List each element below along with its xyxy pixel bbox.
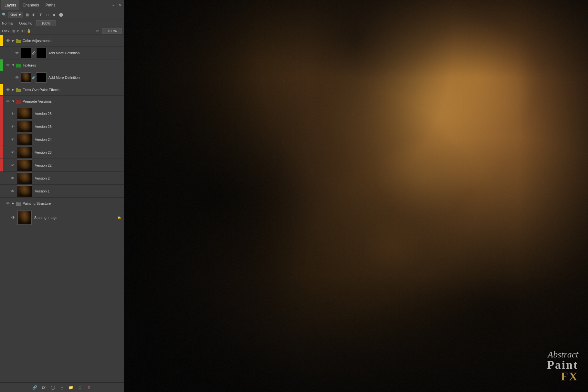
tab-paths[interactable]: Paths <box>42 0 59 10</box>
red-indicator-v25 <box>0 120 3 133</box>
thumb-version-25 <box>17 121 32 132</box>
layer-item-version-22[interactable]: 👁 Version 22 <box>0 159 124 172</box>
eye-version-1[interactable]: 👁 <box>10 188 16 194</box>
new-layer-button[interactable]: □ <box>77 384 84 391</box>
yellow-indicator-2 <box>0 84 3 95</box>
lock-move-icon[interactable]: ⊛ <box>20 29 23 33</box>
eye-textures[interactable]: 👁 <box>5 62 11 68</box>
blend-mode-label[interactable]: Normal <box>2 21 16 25</box>
search-icon[interactable]: 🔍 <box>1 12 7 18</box>
thumb-version-2 <box>17 172 32 184</box>
kind-select[interactable]: Kind ▼ <box>8 12 23 18</box>
eye-extra-overpaint[interactable]: 👁 <box>5 87 11 93</box>
layer-name-version-1: Version 1 <box>34 189 122 193</box>
shape-filter-icon[interactable]: □ <box>45 12 50 18</box>
folder-icon-textures <box>16 62 21 68</box>
lock-paint-icon[interactable]: ✐ <box>16 29 19 33</box>
fx-button[interactable]: fx <box>40 384 47 391</box>
toolbar-row: 🔍 Kind ▼ ▩ ◐ T □ ■ <box>0 10 124 19</box>
bottom-bar: 🔗 fx ◯ △ 📁 □ 🗑 <box>0 382 124 392</box>
green-indicator <box>0 59 3 71</box>
portrait-background: Abstract Paint FX <box>124 0 588 392</box>
layer-item-premade-versions[interactable]: 👁 ▼ Premade Versions <box>0 96 124 107</box>
layer-item-version-25[interactable]: 👁 Version 25 <box>0 120 124 133</box>
eye-version-25[interactable]: 👁 <box>10 124 16 129</box>
layer-item-version-26[interactable]: 👁 Version 26 <box>0 107 124 120</box>
eye-add-more-def-1[interactable]: 👁 <box>14 50 20 56</box>
layer-name-premade-versions: Premade Versions <box>21 99 122 103</box>
folder-icon-color-adjustments <box>16 38 21 44</box>
layer-item-painting-structure[interactable]: 👁 ► Painting Structure <box>0 198 124 209</box>
panel-controls: « ✕ <box>111 2 122 8</box>
thumb-add-more-def-2 <box>21 72 31 83</box>
layer-item-version-23[interactable]: 👁 Version 23 <box>0 146 124 159</box>
lock-transparency-icon[interactable]: ▤ <box>12 29 15 33</box>
eye-starting-image[interactable]: 👁 <box>10 215 16 221</box>
lock-artboard-icon[interactable]: ▪ <box>24 29 26 33</box>
tab-channels[interactable]: Channels <box>19 0 42 10</box>
layer-item-version-2[interactable]: 👁 Version 2 <box>0 172 124 185</box>
layer-item-version-1[interactable]: 👁 Version 1 <box>0 185 124 198</box>
folder-icon-premade-versions <box>16 98 21 104</box>
type-filter-icon[interactable]: T <box>38 12 44 18</box>
tabs-bar: Layers Channels Paths « ✕ <box>0 0 124 10</box>
kind-arrow: ▼ <box>18 13 22 17</box>
expand-extra-overpaint[interactable]: ► <box>11 88 16 92</box>
pixel-filter-icon[interactable]: ▩ <box>24 12 30 18</box>
layer-name-version-2: Version 2 <box>34 176 122 180</box>
eye-painting-structure[interactable]: 👁 <box>5 201 11 206</box>
opacity-input[interactable] <box>36 20 56 26</box>
eye-version-22[interactable]: 👁 <box>10 162 16 168</box>
link-button[interactable]: 🔗 <box>31 384 38 391</box>
eye-version-23[interactable]: 👁 <box>10 150 16 155</box>
group-button[interactable]: 📁 <box>68 384 75 391</box>
layer-item-extra-overpaint[interactable]: 👁 ► Extra OverPaint Effects <box>0 84 124 96</box>
collapse-button[interactable]: « <box>111 2 116 8</box>
mask-button[interactable]: ◯ <box>49 384 57 391</box>
thumb-version-24 <box>17 134 32 145</box>
adjustment-filter-icon[interactable]: ◐ <box>31 12 37 18</box>
watermark: Abstract Paint FX <box>547 350 578 382</box>
layer-name-version-26: Version 26 <box>34 112 122 116</box>
opacity-label: Opacity: <box>19 21 34 25</box>
eye-version-2[interactable]: 👁 <box>10 175 16 181</box>
layer-name-add-more-def-1: Add More Definition <box>47 51 122 55</box>
layer-name-version-24: Version 24 <box>34 138 122 141</box>
eye-premade-versions[interactable]: 👁 <box>5 98 11 104</box>
circle-dot-icon[interactable] <box>58 12 64 18</box>
expand-color-adjustments[interactable]: ► <box>11 38 16 43</box>
eye-color-adjustments[interactable]: 👁 <box>5 38 11 44</box>
layer-item-version-24[interactable]: 👁 Version 24 <box>0 133 124 146</box>
layers-list: 👁 ► Color Adjustments 👁 🔗 Add More <box>0 35 124 382</box>
layer-item-starting-image[interactable]: 👁 Starting Image 🔒 <box>0 209 124 226</box>
watermark-paintfx: Paint FX <box>547 359 578 382</box>
lock-all-icon[interactable]: 🔒 <box>27 29 31 33</box>
mask-add-more-def-1 <box>36 48 47 58</box>
red-indicator-premade <box>0 96 3 107</box>
fill-input[interactable] <box>102 28 122 34</box>
thumb-starting-image <box>17 211 32 225</box>
watermark-paint: Paint <box>547 358 578 371</box>
close-panel-button[interactable]: ✕ <box>117 2 122 8</box>
layer-item-add-more-def-1[interactable]: 👁 🔗 Add More Definition <box>0 46 124 59</box>
expand-painting-structure[interactable]: ► <box>11 201 16 206</box>
layers-panel: Layers Channels Paths « ✕ 🔍 Kind ▼ ▩ ◐ T… <box>0 0 124 392</box>
layer-name-version-25: Version 25 <box>34 125 122 129</box>
eye-add-more-def-2[interactable]: 👁 <box>14 75 20 80</box>
expand-premade-versions[interactable]: ▼ <box>11 99 16 104</box>
layer-item-color-adjustments[interactable]: 👁 ► Color Adjustments <box>0 35 124 46</box>
lock-label: Lock: <box>2 29 10 33</box>
opacity-row: Normal Opacity: <box>0 19 124 27</box>
delete-button[interactable]: 🗑 <box>86 384 93 391</box>
layer-name-version-22: Version 22 <box>34 163 122 167</box>
tab-layers[interactable]: Layers <box>1 0 19 10</box>
expand-textures[interactable]: ▼ <box>11 63 16 67</box>
layer-item-textures[interactable]: 👁 ▼ Textures <box>0 59 124 71</box>
layer-item-add-more-def-2[interactable]: 👁 🔗 Add More Definition <box>0 71 124 84</box>
eye-version-26[interactable]: 👁 <box>10 111 16 117</box>
eye-version-24[interactable]: 👁 <box>10 137 16 142</box>
adjustment-button[interactable]: △ <box>58 384 66 391</box>
lock-badge-starting-image: 🔒 <box>117 216 121 219</box>
layer-name-starting-image: Starting Image <box>33 216 117 220</box>
smart-filter-icon[interactable]: ■ <box>51 12 57 18</box>
